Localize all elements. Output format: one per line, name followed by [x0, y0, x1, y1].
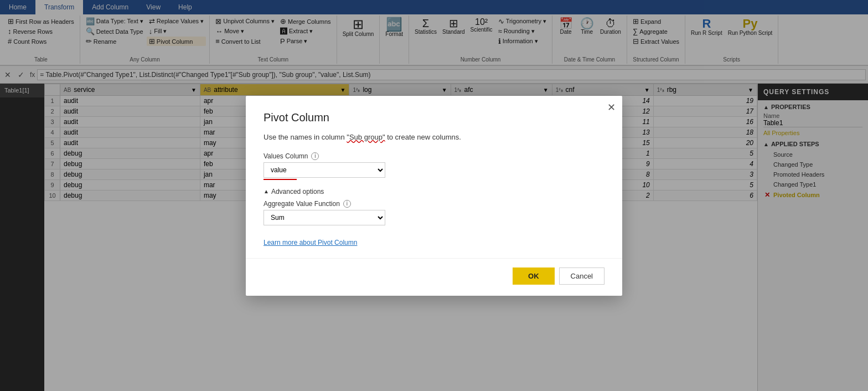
values-column-select[interactable]: value: [264, 162, 385, 178]
pivot-column-dialog: ✕ Pivot Column Use the names in column "…: [246, 96, 622, 296]
dialog-close-btn[interactable]: ✕: [607, 101, 616, 114]
dialog-title: Pivot Column: [264, 111, 604, 124]
advanced-arrow: ▲: [264, 188, 269, 194]
dialog-description: Use the names in column "Sub group" to c…: [264, 133, 604, 141]
dialog-footer: OK Cancel: [246, 258, 622, 296]
aggregate-info-icon[interactable]: i: [343, 200, 351, 208]
ok-button[interactable]: OK: [513, 267, 555, 285]
cancel-button[interactable]: Cancel: [559, 267, 604, 285]
values-column-info-icon[interactable]: i: [311, 152, 319, 160]
values-underline: [264, 179, 297, 180]
aggregate-group: Aggregate Value Function i Don't Aggrega…: [264, 200, 604, 225]
values-column-label: Values Column i: [264, 152, 604, 160]
aggregate-label: Aggregate Value Function i: [264, 200, 604, 208]
dialog-col-ref: "Sub group": [347, 133, 385, 141]
dialog-overlay: ✕ Pivot Column Use the names in column "…: [0, 0, 868, 391]
learn-more-link[interactable]: Learn more about Pivot Column: [264, 239, 357, 246]
values-column-group: Values Column i value: [264, 152, 604, 180]
advanced-options-toggle[interactable]: ▲ Advanced options: [264, 188, 604, 195]
aggregate-select[interactable]: Don't Aggregate Count (All) Count (Not B…: [264, 210, 385, 225]
